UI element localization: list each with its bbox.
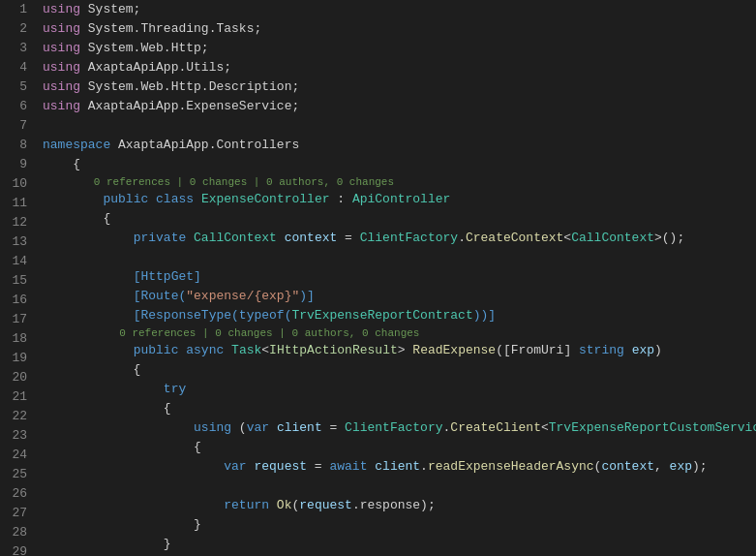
line-number: 29 xyxy=(12,542,27,556)
code-line: { xyxy=(43,438,756,457)
code-line xyxy=(43,116,756,136)
line-number-gutter: 123456789 10111213141516 171819202122232… xyxy=(0,0,35,556)
line-number: 6 xyxy=(12,97,27,116)
code-line: { xyxy=(43,360,756,380)
code-line: [HttpGet] xyxy=(43,267,756,287)
line-number: 22 xyxy=(12,407,27,426)
line-number: 12 xyxy=(12,213,27,232)
line-number: 27 xyxy=(12,504,27,523)
line-number: 1 xyxy=(12,0,27,19)
line-number: 18 xyxy=(12,329,27,349)
code-line: using (var client = ClientFactory.Create… xyxy=(43,418,756,438)
line-number: 2 xyxy=(12,19,27,39)
code-line: [ResponseType(typeof(TrvExpenseReportCon… xyxy=(43,306,756,325)
code-line: public class ExpenseController : ApiCont… xyxy=(43,190,756,209)
code-line: { xyxy=(43,155,756,174)
code-line: return Ok(request.response); xyxy=(43,496,756,515)
code-line: 0 references | 0 changes | 0 authors, 0 … xyxy=(43,325,756,341)
code-line: var request = await client.readExpenseHe… xyxy=(43,457,756,477)
code-content: using System;using System.Threading.Task… xyxy=(35,0,756,556)
line-number: 20 xyxy=(12,368,27,387)
code-line: using AxaptaApiApp.Utils; xyxy=(43,58,756,77)
line-number: 3 xyxy=(12,39,27,58)
code-line: } xyxy=(43,535,756,554)
line-number: 4 xyxy=(12,58,27,77)
code-line: { xyxy=(43,399,756,418)
line-number: 26 xyxy=(12,484,27,504)
code-line: using System.Threading.Tasks; xyxy=(43,19,756,39)
line-number: 13 xyxy=(12,232,27,252)
code-line: using System; xyxy=(43,0,756,19)
line-number: 15 xyxy=(12,271,27,291)
line-number: 17 xyxy=(12,310,27,329)
line-number: 14 xyxy=(12,252,27,271)
code-line: using AxaptaApiApp.ExpenseService; xyxy=(43,97,756,116)
code-line: [Route("expense/{exp}")] xyxy=(43,287,756,306)
code-editor: 123456789 10111213141516 171819202122232… xyxy=(0,0,756,556)
code-line: namespace AxaptaApiApp.Controllers xyxy=(43,136,756,155)
line-number: 11 xyxy=(12,194,27,213)
line-number: 7 xyxy=(12,116,27,136)
code-line: using System.Web.Http.Description; xyxy=(43,77,756,97)
line-number: 5 xyxy=(12,77,27,97)
line-number: 23 xyxy=(12,426,27,446)
line-number: 10 xyxy=(12,174,27,194)
code-line: } xyxy=(43,515,756,535)
code-line: { xyxy=(43,209,756,229)
code-line: 0 references | 0 changes | 0 authors, 0 … xyxy=(43,174,756,190)
code-line: private CallContext context = ClientFact… xyxy=(43,229,756,248)
line-number: 28 xyxy=(12,523,27,542)
line-number: 24 xyxy=(12,446,27,465)
line-number: 25 xyxy=(12,465,27,484)
code-line: try xyxy=(43,380,756,399)
line-number: 8 xyxy=(12,136,27,155)
line-number: 19 xyxy=(12,349,27,368)
code-line: using System.Web.Http; xyxy=(43,39,756,58)
line-number: 21 xyxy=(12,387,27,407)
line-number: 9 xyxy=(12,155,27,174)
line-number: 16 xyxy=(12,291,27,310)
code-line xyxy=(43,477,756,496)
code-line xyxy=(43,248,756,267)
code-line: public async Task<IHttpActionResult> Rea… xyxy=(43,341,756,360)
